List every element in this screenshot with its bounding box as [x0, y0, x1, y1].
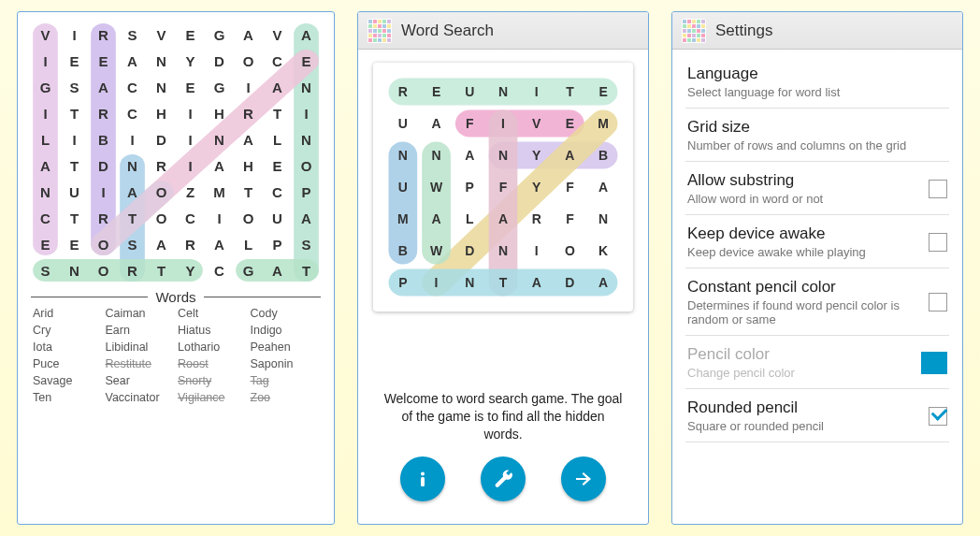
word-item: Tag: [251, 374, 320, 387]
grid-cell: N: [205, 126, 234, 152]
grid-cell: A: [586, 171, 620, 203]
grid-cell: Y: [176, 48, 205, 74]
grid-cell: K: [586, 235, 620, 267]
grid-cell: G: [205, 74, 234, 100]
grid-cell: N: [147, 48, 176, 74]
play-button[interactable]: [561, 456, 606, 501]
grid-cell: C: [205, 257, 234, 283]
grid-cell: Y: [520, 171, 554, 203]
grid-cell: N: [31, 179, 60, 205]
checkbox[interactable]: [929, 233, 947, 252]
setting-row[interactable]: Allow substringAllow word in word or not: [685, 162, 949, 215]
grid-cell: D: [89, 152, 118, 179]
grid-cell: P: [386, 267, 420, 298]
grid-cell: C: [263, 179, 292, 205]
grid-cell: L: [263, 126, 292, 152]
grid-cell: V: [147, 22, 176, 48]
setting-title: Language: [687, 65, 947, 83]
grid-cell: T: [234, 179, 263, 205]
game-panel: VIRSVEGAVAIEEANYDOCEGSACNEGIANITRCHIHRTI…: [17, 11, 335, 525]
grid-cell: O: [554, 235, 587, 267]
grid-cell: T: [60, 152, 89, 179]
grid-cell: I: [205, 205, 234, 231]
letter-grid[interactable]: VIRSVEGAVAIEEANYDOCEGSACNEGIANITRCHIHRTI…: [31, 22, 321, 283]
grid-cell: C: [176, 205, 205, 231]
grid-cell: R: [89, 100, 118, 126]
grid-cell: R: [520, 203, 554, 235]
word-item: Lothario: [178, 340, 247, 354]
grid-cell: N: [147, 74, 176, 100]
grid-cell: A: [263, 74, 292, 100]
checkbox[interactable]: [929, 293, 947, 311]
grid-cell: N: [420, 139, 454, 171]
grid-cell: O: [147, 205, 176, 231]
setting-row[interactable]: LanguageSelect language for word list: [685, 55, 949, 109]
setting-row[interactable]: Grid sizeNumber of rows and columns on t…: [685, 109, 949, 162]
app-icon: [682, 19, 706, 43]
grid-cell: A: [292, 205, 321, 231]
grid-cell: E: [89, 48, 118, 74]
action-row: [373, 447, 633, 513]
settings-panel: Settings LanguageSelect language for wor…: [671, 11, 963, 525]
grid-cell: R: [118, 257, 147, 283]
welcome-panel: Word Search REUNITEUAFIVEMNNANYABUWPFYFA…: [357, 11, 649, 525]
setting-subtitle: Determines if found word pencil color is…: [687, 298, 919, 326]
grid-cell: N: [486, 139, 520, 171]
grid-cell: A: [486, 203, 520, 235]
setting-row[interactable]: Pencil colorChange pencil color: [685, 336, 949, 389]
grid-cell: A: [554, 139, 587, 171]
grid-cell: A: [292, 22, 321, 48]
grid-cell: W: [420, 235, 454, 267]
grid-cell: A: [118, 179, 147, 205]
grid-cell: E: [263, 152, 292, 179]
grid-cell: C: [263, 48, 292, 74]
grid-cell: Y: [176, 257, 205, 283]
grid-cell: I: [176, 152, 205, 179]
grid-cell: A: [420, 108, 454, 139]
grid-cell: A: [234, 126, 263, 152]
grid-cell: O: [89, 231, 118, 257]
preview-card: REUNITEUAFIVEMNNANYABUWPFYFAMALARFNBWDNI…: [373, 63, 633, 311]
grid-cell: B: [586, 139, 620, 171]
color-swatch[interactable]: [921, 352, 947, 374]
settings-button[interactable]: [481, 456, 526, 501]
grid-cell: M: [586, 108, 620, 139]
setting-title: Rounded pencil: [687, 398, 919, 417]
arrow-right-icon: [572, 468, 595, 490]
word-item: Hiatus: [178, 324, 247, 337]
info-icon: [411, 468, 434, 490]
grid-cell: G: [205, 22, 234, 48]
grid-cell: T: [554, 76, 587, 108]
grid-cell: I: [292, 100, 321, 126]
grid-cell: A: [520, 267, 554, 298]
grid-cell: C: [118, 100, 147, 126]
grid-cell: S: [118, 22, 147, 48]
grid-cell: M: [205, 179, 234, 205]
info-button[interactable]: [400, 456, 445, 501]
grid-cell: R: [89, 22, 118, 48]
setting-row[interactable]: Constant pencil colorDetermines if found…: [685, 268, 949, 336]
checkbox[interactable]: [929, 180, 947, 198]
grid-cell: P: [263, 231, 292, 257]
grid-cell: L: [31, 126, 60, 152]
grid-cell: R: [234, 100, 263, 126]
grid-cell: V: [263, 22, 292, 48]
checkbox[interactable]: [929, 407, 947, 426]
grid-cell: A: [586, 267, 620, 298]
grid-cell: I: [31, 100, 60, 126]
word-item: Cry: [33, 324, 102, 337]
word-item: Ten: [33, 391, 102, 404]
setting-title: Pencil color: [687, 345, 912, 364]
grid-cell: E: [31, 231, 60, 257]
grid-cell: N: [118, 152, 147, 179]
grid-cell: B: [386, 235, 420, 267]
setting-row[interactable]: Rounded pencilSquare or rounded pencil: [685, 389, 949, 442]
grid-cell: N: [486, 235, 520, 267]
grid-cell: S: [31, 257, 60, 283]
grid-cell: E: [420, 76, 454, 108]
grid-cell: E: [554, 108, 587, 139]
grid-cell: E: [176, 22, 205, 48]
grid-cell: B: [89, 126, 118, 152]
setting-row[interactable]: Keep device awakeKeep device awake while…: [685, 215, 949, 268]
title-bar: Settings: [672, 12, 962, 50]
